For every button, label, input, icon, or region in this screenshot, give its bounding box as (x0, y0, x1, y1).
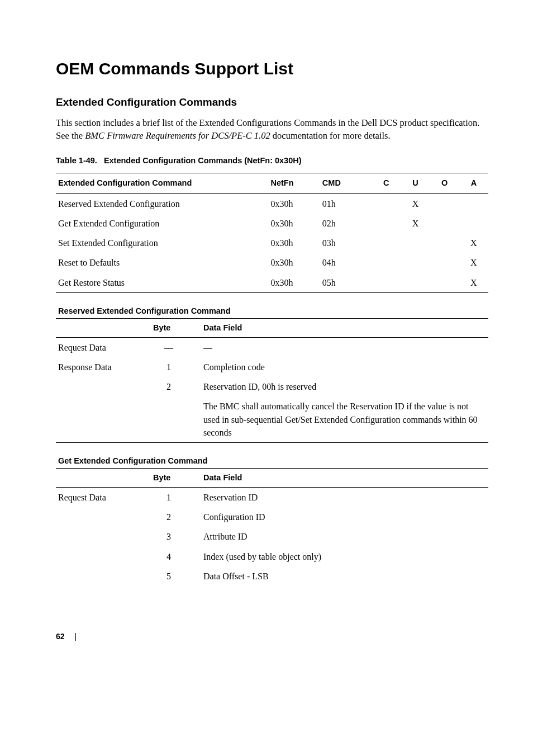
table-row: Set Extended Configuration 0x30h 03h X (56, 233, 488, 253)
cell: Reset to Defaults (56, 253, 268, 272)
cell: Reservation ID, 00h is reserved (201, 377, 488, 396)
table-row: Request Data 1 Reservation ID (56, 487, 488, 507)
cell: Attribute ID (201, 527, 488, 546)
cell: Response Data (56, 357, 151, 377)
cell: Set Extended Configuration (56, 233, 268, 253)
table-get-extended: Get Extended Configuration Command Byte … (56, 452, 488, 586)
cell: X (459, 273, 488, 293)
footer-divider (75, 633, 76, 641)
table-row: Reserved Extended Configuration 0x30h 01… (56, 193, 488, 214)
table-49: Extended Configuration Command NetFn CMD… (56, 173, 488, 293)
cell: 03h (320, 233, 372, 253)
page-number: 62 (56, 632, 65, 641)
th-u: U (401, 173, 430, 194)
cell (56, 507, 151, 527)
section-heading-extended-config: Extended Configuration Commands (56, 94, 488, 111)
cell (459, 193, 488, 214)
para-text-2: documentation for more details. (270, 130, 391, 141)
table-row: Response Data 1 Completion code (56, 357, 488, 377)
section-title-getext: Get Extended Configuration Command (56, 452, 488, 469)
table-row: Get Extended Configuration 0x30h 02h X (56, 214, 488, 233)
cell: Get Restore Status (56, 273, 268, 293)
page-footer: 62 (56, 631, 488, 642)
cell (151, 396, 201, 442)
cell (56, 566, 151, 586)
cell: Request Data (56, 337, 151, 357)
cell: Configuration ID (201, 507, 488, 527)
cell (372, 214, 401, 233)
cell: — (151, 337, 201, 357)
th-byte: Byte (151, 468, 201, 487)
para-italic: BMC Firmware Requirements for DCS/PE-C 1… (85, 130, 270, 141)
th-cmd: CMD (320, 173, 372, 194)
cell (372, 193, 401, 214)
th-command: Extended Configuration Command (56, 173, 268, 194)
th-blank (56, 468, 151, 487)
cell: 1 (151, 487, 201, 507)
caption-text: Extended Configuration Commands (NetFn: … (104, 156, 302, 165)
cell (56, 377, 151, 396)
th-a: A (459, 173, 488, 194)
cell (372, 233, 401, 253)
cell: Reserved Extended Configuration (56, 193, 268, 214)
table-49-caption: Table 1-49.Extended Configuration Comman… (56, 155, 488, 167)
th-datafield: Data Field (201, 318, 488, 337)
cell (401, 233, 430, 253)
cell (430, 214, 459, 233)
header-row: Byte Data Field (56, 318, 488, 337)
cell (56, 396, 151, 442)
cell: 5 (151, 566, 201, 586)
table-row: 3 Attribute ID (56, 527, 488, 546)
cell (430, 273, 459, 293)
intro-paragraph: This section includes a brief list of th… (56, 116, 488, 143)
cell (401, 273, 430, 293)
th-byte: Byte (151, 318, 201, 337)
table-row: 5 Data Offset - LSB (56, 566, 488, 586)
table-header-row: Extended Configuration Command NetFn CMD… (56, 173, 488, 194)
cell: 02h (320, 214, 372, 233)
table-row: 2 Reservation ID, 00h is reserved (56, 377, 488, 396)
cell (430, 253, 459, 272)
cell: 0x30h (268, 214, 320, 233)
cell (459, 214, 488, 233)
cell: Index (used by table object only) (201, 547, 488, 566)
section-title-reserved: Reserved Extended Configuration Command (56, 302, 488, 319)
cell: X (401, 193, 430, 214)
table-row: Request Data — — (56, 337, 488, 357)
table-row: 2 Configuration ID (56, 507, 488, 527)
section-title-row: Get Extended Configuration Command (56, 452, 488, 469)
cell: — (201, 337, 488, 357)
cell (372, 253, 401, 272)
table-row: The BMC shall automatically cancel the R… (56, 396, 488, 442)
table-row: Reset to Defaults 0x30h 04h X (56, 253, 488, 272)
cell: Request Data (56, 487, 151, 507)
th-netfn: NetFn (268, 173, 320, 194)
cell: 4 (151, 547, 201, 566)
section-title-row: Reserved Extended Configuration Command (56, 302, 488, 319)
cell: X (459, 233, 488, 253)
cell: 0x30h (268, 273, 320, 293)
cell: 05h (320, 273, 372, 293)
cell: 1 (151, 357, 201, 377)
cell: 2 (151, 377, 201, 396)
cell (401, 253, 430, 272)
cell (372, 273, 401, 293)
cell: Get Extended Configuration (56, 214, 268, 233)
cell (56, 547, 151, 566)
cell (430, 233, 459, 253)
cell: 0x30h (268, 233, 320, 253)
th-o: O (430, 173, 459, 194)
cell: 0x30h (268, 253, 320, 272)
cell: 3 (151, 527, 201, 546)
cell: X (401, 214, 430, 233)
cell: 0x30h (268, 193, 320, 214)
th-blank (56, 318, 151, 337)
cell: 01h (320, 193, 372, 214)
page-title: OEM Commands Support List (56, 56, 488, 81)
caption-prefix: Table 1-49. (56, 156, 97, 165)
table-reserved-extended: Reserved Extended Configuration Command … (56, 302, 488, 443)
header-row: Byte Data Field (56, 468, 488, 487)
cell: X (459, 253, 488, 272)
cell: Data Offset - LSB (201, 566, 488, 586)
table-row: Get Restore Status 0x30h 05h X (56, 273, 488, 293)
